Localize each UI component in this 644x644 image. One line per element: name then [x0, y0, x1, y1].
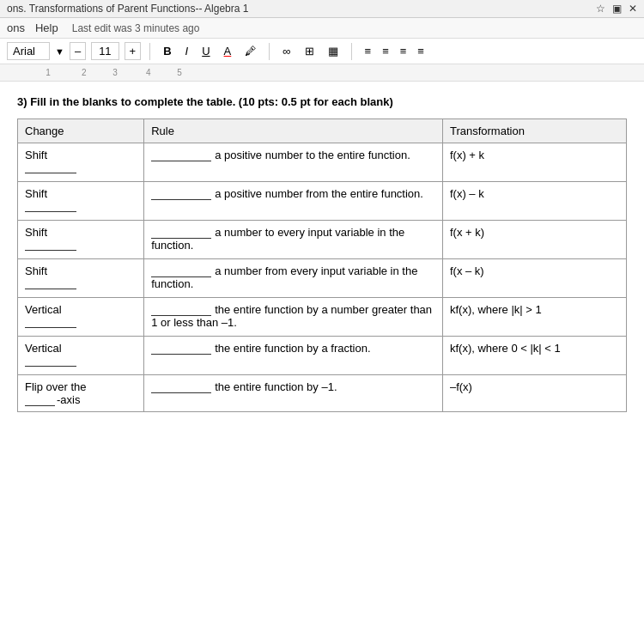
window-title: ons. Transformations of Parent Functions…	[7, 3, 248, 15]
change-blank-2	[25, 200, 76, 212]
font-selector[interactable]: Arial	[7, 42, 50, 60]
change-cell-2: Shift	[18, 182, 144, 221]
table-row: Shift a positive number from the entire …	[18, 182, 627, 221]
align-justify-button[interactable]: ≡	[396, 43, 411, 59]
change-blank-4	[25, 277, 76, 289]
font-size-increase[interactable]: +	[125, 42, 142, 60]
rule-text-1: a positive number to the entire function…	[215, 149, 410, 161]
ruler-marks: 1 2 3 4 5	[17, 68, 627, 77]
toolbar-divider-2	[269, 43, 270, 60]
transformation-table: Change Rule Transformation Shift a posit…	[17, 118, 627, 412]
rule-text-2: a positive number from the entire functi…	[215, 187, 423, 200]
bold-button[interactable]: B	[159, 43, 175, 59]
table-row: Vertical the entire function by a number…	[18, 298, 627, 337]
change-axis-label: -axis	[57, 393, 80, 406]
transform-cell-4: f(x – k)	[442, 259, 626, 298]
font-color-button[interactable]: A	[220, 43, 236, 59]
highlight-button[interactable]: 🖉	[240, 43, 260, 59]
change-label-5: Vertical	[25, 303, 137, 316]
change-axis-blank	[25, 394, 55, 406]
table-row: Shift a positive number to the entire fu…	[18, 143, 627, 182]
transform-cell-3: f(x + k)	[442, 221, 626, 259]
rule-blank-1[interactable]	[151, 161, 211, 161]
transform-cell-2: f(x) – k	[442, 182, 626, 221]
rule-cell-2: a positive number from the entire functi…	[144, 182, 443, 221]
transform-cell-1: f(x) + k	[442, 143, 626, 182]
rule-blank-2[interactable]	[151, 199, 211, 200]
transform-cell-6: kf(x), where 0 < |k| < 1	[442, 337, 626, 375]
content-area: 3) Fill in the blanks to complete the ta…	[0, 82, 644, 426]
menu-help[interactable]: Help	[35, 21, 58, 34]
rule-blank-6[interactable]	[151, 354, 211, 355]
close-icon[interactable]: ✕	[629, 3, 637, 15]
table-row: Flip over the -axis the entire function …	[18, 375, 627, 412]
window-control-icon[interactable]: ▣	[612, 3, 622, 15]
change-blank-1	[25, 161, 76, 173]
rule-cell-7: the entire function by –1.	[144, 375, 443, 412]
header-transformation: Transformation	[442, 119, 626, 143]
menu-ons[interactable]: ons	[7, 21, 25, 34]
toolbar-divider-1	[149, 43, 150, 60]
change-cell-4: Shift	[18, 259, 144, 298]
rule-text-5: the entire function by a number greater …	[151, 303, 432, 329]
change-axis-row: -axis	[25, 393, 137, 406]
change-label-6: Vertical	[25, 342, 137, 355]
rule-cell-4: a number from every input variable in th…	[144, 259, 443, 298]
change-blank-6	[25, 355, 76, 367]
table-row: Shift a number to every input variable i…	[18, 221, 627, 259]
table-button[interactable]: ▦	[324, 43, 343, 59]
change-cell-5: Vertical	[18, 298, 144, 337]
table-row: Vertical the entire function by a fracti…	[18, 337, 627, 375]
align-right-button[interactable]: ≡	[413, 43, 428, 59]
font-size-decrease[interactable]: –	[70, 42, 86, 60]
table-header-row: Change Rule Transformation	[18, 119, 627, 143]
underline-button[interactable]: U	[197, 43, 214, 59]
toolbar-divider-3	[351, 43, 352, 60]
change-cell-3: Shift	[18, 221, 144, 259]
star-icon[interactable]: ☆	[596, 3, 605, 15]
change-blank-5	[25, 316, 76, 328]
question-heading: 3) Fill in the blanks to complete the ta…	[17, 95, 627, 108]
change-label-2: Shift	[25, 187, 137, 200]
align-center-button[interactable]: ≡	[378, 43, 393, 59]
change-label-7: Flip over the	[25, 380, 137, 393]
change-cell-7: Flip over the -axis	[18, 375, 144, 412]
rule-cell-5: the entire function by a number greater …	[144, 298, 443, 337]
toolbar: Arial ▼ – 11 + B I U A 🖉 ∞ ⊞ ▦ ≡ ≡ ≡ ≡	[0, 39, 644, 64]
menu-bar: ons Help Last edit was 3 minutes ago	[0, 18, 644, 39]
ruler: 1 2 3 4 5	[0, 64, 644, 82]
align-icons: ≡ ≡ ≡ ≡	[361, 43, 428, 59]
rule-blank-7[interactable]	[151, 392, 211, 393]
header-change: Change	[18, 119, 144, 143]
change-cell-6: Vertical	[18, 337, 144, 375]
toolbar-arrow-down[interactable]: ▼	[55, 46, 64, 57]
link-button[interactable]: ∞	[278, 43, 295, 59]
top-bar: ons. Transformations of Parent Functions…	[0, 0, 644, 18]
rule-cell-3: a number to every input variable in the …	[144, 221, 443, 259]
rule-text-7: the entire function by –1.	[215, 380, 337, 393]
italic-button[interactable]: I	[181, 43, 193, 59]
change-label-1: Shift	[25, 149, 137, 161]
change-label-4: Shift	[25, 264, 137, 277]
font-size-display: 11	[91, 42, 118, 60]
table-row: Shift a number from every input variable…	[18, 259, 627, 298]
last-edit-label: Last edit was 3 minutes ago	[72, 22, 200, 34]
rule-text-6: the entire function by a fraction.	[215, 342, 370, 355]
transform-cell-5: kf(x), where |k| > 1	[442, 298, 626, 337]
change-cell-1: Shift	[18, 143, 144, 182]
header-rule: Rule	[144, 119, 443, 143]
rule-text-3: a number to every input variable in the …	[151, 226, 404, 252]
rule-cell-6: the entire function by a fraction.	[144, 337, 443, 375]
change-label-3: Shift	[25, 226, 137, 239]
change-blank-3	[25, 239, 76, 251]
image-button[interactable]: ⊞	[301, 43, 319, 59]
rule-text-4: a number from every input variable in th…	[151, 264, 417, 290]
align-left-button[interactable]: ≡	[361, 43, 376, 59]
rule-cell-1: a positive number to the entire function…	[144, 143, 443, 182]
transform-cell-7: –f(x)	[442, 375, 626, 412]
